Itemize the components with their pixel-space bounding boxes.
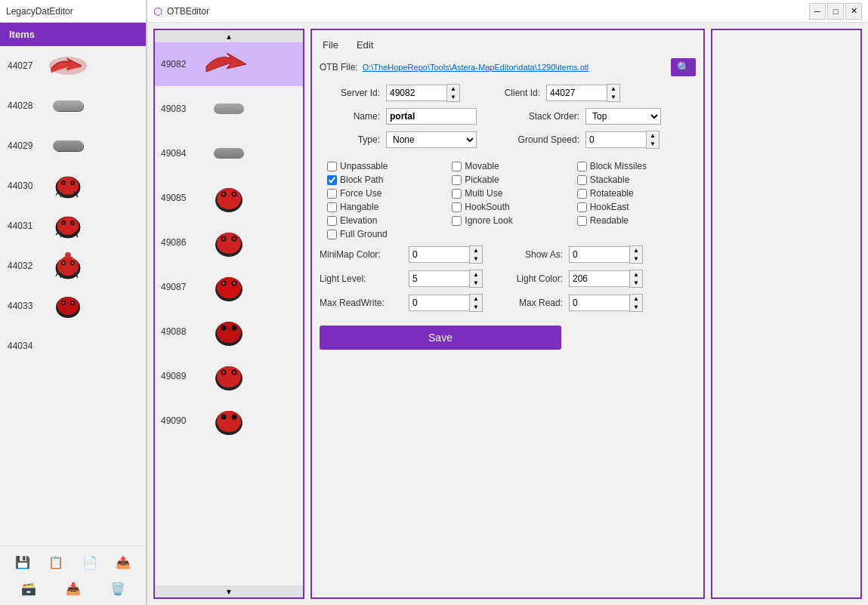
cb-hook-south-label[interactable]: HookSouth: [465, 202, 509, 212]
sidebar-item-44029[interactable]: 44029: [0, 126, 146, 166]
max-read-input[interactable]: [569, 295, 629, 311]
ground-speed-down[interactable]: ▼: [647, 140, 659, 148]
menu-edit[interactable]: Edit: [354, 38, 376, 52]
cb-full-ground-input[interactable]: [327, 230, 337, 239]
server-id-input[interactable]: [386, 85, 446, 101]
cb-full-ground-label[interactable]: Full Ground: [340, 229, 388, 239]
cb-rotateable-label[interactable]: Rotateable: [590, 188, 634, 199]
delete-footer-btn[interactable]: 🗑️: [107, 579, 128, 599]
cb-block-missiles-input[interactable]: [577, 162, 587, 171]
type-select[interactable]: None Depot Container Door Bed: [386, 131, 477, 148]
max-read-field[interactable]: ▲ ▼: [569, 294, 643, 312]
middle-item-49088[interactable]: 49088: [155, 310, 303, 354]
cb-movable-label[interactable]: Movable: [465, 161, 499, 171]
max-rw-up[interactable]: ▲: [470, 295, 482, 303]
cb-hangable-input[interactable]: [327, 202, 337, 212]
ground-speed-up[interactable]: ▲: [647, 131, 659, 140]
max-rw-down[interactable]: ▼: [470, 303, 482, 311]
cb-elevation-input[interactable]: [327, 216, 337, 226]
close-btn[interactable]: ✕: [845, 3, 862, 20]
sidebar-item-44032[interactable]: 44032: [0, 246, 146, 286]
cb-pickable-label[interactable]: Pickable: [465, 174, 499, 185]
cb-unpassable-label[interactable]: Unpassable: [340, 161, 388, 171]
cb-force-use-input[interactable]: [327, 189, 337, 199]
show-as-down[interactable]: ▼: [630, 255, 642, 263]
cb-block-path-label[interactable]: Block Path: [340, 174, 383, 185]
light-level-down[interactable]: ▼: [470, 279, 482, 287]
client-id-up[interactable]: ▲: [607, 85, 619, 93]
show-as-input[interactable]: [569, 246, 629, 263]
scroll-up-btn[interactable]: ▲: [155, 30, 303, 42]
minimap-down[interactable]: ▼: [470, 255, 482, 263]
show-as-up[interactable]: ▲: [630, 246, 642, 255]
cb-hook-south-input[interactable]: [452, 202, 462, 212]
otb-search-btn[interactable]: 🔍: [671, 58, 696, 76]
middle-item-49087[interactable]: 49087: [155, 265, 303, 310]
cb-hook-east-input[interactable]: [577, 202, 587, 212]
middle-item-49090[interactable]: 49090: [155, 399, 303, 443]
ground-speed-field[interactable]: ▲ ▼: [585, 131, 659, 149]
client-id-field[interactable]: ▲ ▼: [546, 84, 620, 102]
minimap-color-field[interactable]: ▲ ▼: [409, 245, 483, 264]
cb-ignore-look-label[interactable]: Ignore Look: [465, 215, 512, 226]
paste-footer-btn[interactable]: 📄: [79, 552, 100, 573]
light-level-up[interactable]: ▲: [470, 270, 482, 279]
sidebar-item-44034[interactable]: 44034: [0, 326, 146, 366]
cb-stackable-input[interactable]: [577, 175, 587, 185]
server-id-field[interactable]: ▲ ▼: [386, 84, 460, 102]
middle-item-49089[interactable]: 49089: [155, 354, 303, 399]
max-read-down[interactable]: ▼: [630, 303, 642, 311]
middle-item-49085[interactable]: 49085: [155, 176, 303, 221]
light-color-field[interactable]: ▲ ▼: [569, 270, 643, 288]
ground-speed-input[interactable]: [585, 131, 646, 148]
cb-elevation-label[interactable]: Elevation: [340, 215, 377, 226]
scroll-down-btn[interactable]: ▼: [155, 585, 303, 597]
light-color-input[interactable]: [569, 270, 629, 287]
max-readwrite-input[interactable]: [409, 295, 469, 311]
copy-footer-btn[interactable]: 📋: [45, 552, 66, 573]
cb-movable-input[interactable]: [452, 162, 462, 171]
sidebar-item-44030[interactable]: 44030: [0, 166, 146, 206]
sidebar-item-44031[interactable]: 44031: [0, 206, 146, 246]
cb-ignore-look-input[interactable]: [452, 216, 462, 226]
cb-block-missiles-label[interactable]: Block Missiles: [590, 161, 647, 171]
cb-pickable-input[interactable]: [452, 175, 462, 185]
light-level-field[interactable]: ▲ ▼: [409, 270, 483, 288]
menu-file[interactable]: File: [320, 38, 341, 52]
max-read-up[interactable]: ▲: [630, 295, 642, 303]
minimize-btn[interactable]: ─: [809, 3, 826, 20]
cb-hangable-label[interactable]: Hangable: [340, 202, 378, 212]
stack-order-select[interactable]: Top Bottom None: [585, 108, 661, 125]
cb-multi-use-input[interactable]: [452, 189, 462, 199]
middle-item-49084[interactable]: 49084: [155, 131, 303, 176]
max-readwrite-field[interactable]: ▲ ▼: [409, 294, 483, 312]
cb-readable-label[interactable]: Readable: [590, 215, 629, 226]
export-footer-btn[interactable]: 📤: [113, 552, 134, 573]
cb-unpassable-input[interactable]: [327, 162, 337, 171]
maximize-btn[interactable]: □: [827, 3, 844, 20]
cb-stackable-label[interactable]: Stackable: [590, 174, 630, 185]
save-footer-btn[interactable]: 💾: [12, 552, 33, 573]
server-id-down[interactable]: ▼: [447, 93, 459, 101]
light-color-up[interactable]: ▲: [630, 270, 642, 279]
save-button[interactable]: Save: [320, 326, 561, 350]
middle-item-49082[interactable]: 49082: [155, 42, 303, 87]
cb-readable-input[interactable]: [577, 216, 587, 226]
sidebar-item-44033[interactable]: 44033: [0, 286, 146, 326]
cb-force-use-label[interactable]: Force Use: [340, 188, 381, 199]
minimap-color-input[interactable]: [409, 246, 469, 263]
cb-block-path-input[interactable]: [327, 175, 337, 185]
server-id-up[interactable]: ▲: [447, 85, 459, 93]
show-as-field[interactable]: ▲ ▼: [569, 245, 643, 264]
sidebar-item-44027[interactable]: 44027: [0, 46, 146, 86]
sidebar-item-44028[interactable]: 44028: [0, 86, 146, 126]
import-footer-btn[interactable]: 📥: [63, 579, 84, 599]
middle-item-49086[interactable]: 49086: [155, 221, 303, 265]
cb-hook-east-label[interactable]: HookEast: [590, 202, 629, 212]
client-id-down[interactable]: ▼: [607, 93, 619, 101]
minimap-up[interactable]: ▲: [470, 246, 482, 255]
light-color-down[interactable]: ▼: [630, 279, 642, 287]
cb-rotateable-input[interactable]: [577, 189, 587, 199]
cb-multi-use-label[interactable]: Multi Use: [465, 188, 502, 199]
db-footer-btn[interactable]: 🗃️: [18, 579, 39, 599]
